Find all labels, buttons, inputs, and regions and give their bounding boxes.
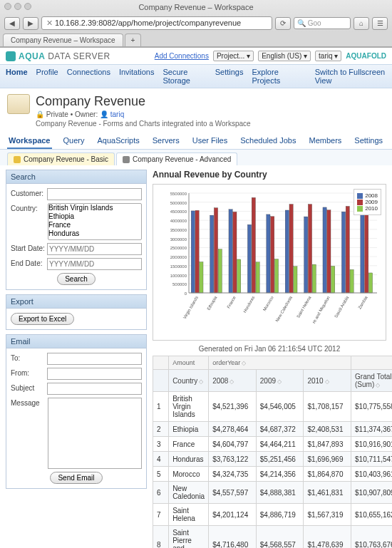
svg-rect-28: [210, 215, 214, 293]
end-date-input[interactable]: [47, 258, 142, 270]
tab-proj-settings[interactable]: Settings: [353, 133, 384, 149]
col-2010[interactable]: 2010◇: [304, 370, 351, 392]
svg-rect-53: [327, 210, 331, 293]
svg-rect-50: [312, 264, 316, 293]
owner-link[interactable]: tariq: [110, 110, 124, 118]
svg-rect-36: [247, 224, 251, 293]
table-row: 1British Virgin Islands$4,521,396$4,546,…: [153, 392, 393, 422]
customer-input[interactable]: [47, 188, 142, 200]
table-row: 2Ethiopia$4,278,464$4,687,372$2,408,531$…: [153, 422, 393, 437]
top-links: Add Connections Project... ▾ English (US…: [155, 51, 386, 61]
project-desc: Company Revenue - Forms and Charts integ…: [36, 120, 251, 128]
svg-rect-46: [294, 267, 297, 293]
project-select[interactable]: Project... ▾: [213, 51, 254, 61]
tab-servers[interactable]: Servers: [151, 133, 181, 149]
brand-logo: AQUA DATA SERVER: [6, 51, 110, 61]
table-row: 4Honduras$3,763,122$5,251,456$1,696,969$…: [153, 452, 393, 467]
email-message-input[interactable]: [48, 398, 142, 469]
email-subject-input[interactable]: [47, 383, 142, 395]
subtab-basic[interactable]: Company Revenue - Basic: [7, 152, 115, 165]
email-head: Email: [6, 335, 146, 348]
svg-rect-56: [341, 212, 345, 293]
nav-secure-storage[interactable]: Secure Storage: [163, 68, 206, 85]
main-nav: Home Profile Connections Invitations Sec…: [0, 64, 392, 88]
svg-text:re and Miquelon: re and Miquelon: [311, 296, 331, 324]
chart-legend: 2008 2009 2010: [354, 189, 381, 215]
svg-rect-44: [285, 210, 289, 293]
tab-userfiles[interactable]: User Files: [191, 133, 229, 149]
chart-title: Annual Revenue by Country: [153, 170, 386, 180]
export-panel: Export Export to Excel: [6, 294, 147, 330]
tab-workspace[interactable]: Workspace: [7, 133, 52, 149]
svg-text:1000000: 1000000: [170, 274, 187, 278]
nav-profile[interactable]: Profile: [36, 68, 58, 85]
zoom-icon[interactable]: [24, 3, 31, 10]
svg-rect-25: [195, 210, 199, 293]
browser-search[interactable]: 🔍 Goo: [294, 17, 351, 29]
fullscreen-link[interactable]: Switch to Fullscreen View: [315, 68, 386, 85]
svg-text:0: 0: [185, 291, 187, 296]
nav-settings[interactable]: Settings: [215, 68, 244, 85]
menu-button[interactable]: ☰: [372, 17, 388, 30]
reload-button[interactable]: ⟳: [275, 17, 291, 30]
close-icon[interactable]: [4, 3, 11, 10]
back-button[interactable]: ◀: [4, 17, 20, 30]
svg-text:4000000: 4000000: [170, 219, 187, 223]
svg-rect-33: [233, 212, 237, 293]
svg-rect-34: [237, 259, 241, 293]
svg-rect-48: [304, 217, 308, 293]
table-row: 7Saint Helena$4,201,124$4,886,719$1,567,…: [153, 504, 393, 526]
svg-text:France: France: [226, 295, 237, 309]
svg-rect-49: [308, 205, 311, 293]
search-button[interactable]: Search: [57, 273, 96, 285]
browser-chrome: Company Revenue – Workspace ◀ ▶ ✕ 10.168…: [0, 0, 392, 48]
browser-tab[interactable]: Company Revenue – Workspace: [3, 33, 123, 46]
minimize-icon[interactable]: [14, 3, 21, 10]
tab-scheduled[interactable]: Scheduled Jobs: [239, 133, 297, 149]
col-country[interactable]: Country◇: [169, 370, 209, 392]
sort-icon[interactable]: ◇: [242, 360, 246, 366]
svg-rect-41: [271, 217, 274, 293]
country-select[interactable]: British Virgin Islands Ethiopia France H…: [48, 203, 142, 240]
nav-explore[interactable]: Explore Projects: [252, 68, 297, 85]
svg-text:Saint Helena: Saint Helena: [296, 295, 312, 319]
language-select[interactable]: English (US) ▾: [258, 51, 311, 61]
forward-button[interactable]: ▶: [23, 17, 38, 30]
project-nav: Workspace Query AquaScripts Servers User…: [0, 133, 392, 150]
svg-text:New Caledonia: New Caledonia: [275, 295, 294, 323]
col-2009[interactable]: 2009◇: [256, 370, 304, 392]
nav-connections[interactable]: Connections: [67, 68, 110, 85]
tab-query[interactable]: Query: [62, 133, 86, 149]
url-bar[interactable]: ✕ 10.168.2.39:8082/app/home/project/comp…: [41, 16, 272, 30]
new-tab-button[interactable]: +: [125, 33, 142, 46]
home-button[interactable]: ⌂: [354, 17, 369, 30]
tab-aquascripts[interactable]: AquaScripts: [96, 133, 140, 149]
col-2008[interactable]: 2008◇: [209, 370, 257, 392]
project-header: Company Revenue 🔒 Private • Owner: 👤 tar…: [0, 88, 392, 133]
svg-rect-45: [289, 205, 293, 293]
export-button[interactable]: Export to Excel: [11, 313, 74, 325]
email-from-input[interactable]: [47, 368, 142, 380]
user-select[interactable]: tariq ▾: [315, 51, 341, 61]
tab-members[interactable]: Members: [307, 133, 343, 149]
subtab-advanced[interactable]: Company Revenue - Advanced: [116, 152, 237, 165]
nav-home[interactable]: Home: [6, 68, 28, 85]
search-panel: Search Customer: Country: British Virgin…: [6, 170, 147, 290]
svg-rect-24: [191, 211, 195, 293]
svg-text:Ethiopia: Ethiopia: [206, 295, 217, 311]
svg-rect-37: [252, 197, 255, 293]
svg-text:1500000: 1500000: [170, 264, 187, 269]
svg-rect-54: [331, 266, 335, 293]
search-head: Search: [6, 170, 146, 184]
add-connections-link[interactable]: Add Connections: [155, 52, 209, 60]
send-email-button[interactable]: Send Email: [50, 472, 102, 484]
email-to-input[interactable]: [47, 353, 142, 365]
table-row: 3France$4,604,797$4,464,211$1,847,893$10…: [153, 437, 393, 452]
chart-area: 2008 2009 2010 0500000100000015000002000…: [153, 184, 386, 341]
svg-rect-38: [256, 262, 259, 293]
email-panel: Email To: From: Subject Message Send Ema…: [6, 334, 147, 489]
col-total[interactable]: Grand Total (Sum)◇: [351, 370, 392, 392]
svg-text:5000000: 5000000: [170, 201, 187, 205]
start-date-input[interactable]: [47, 243, 142, 255]
nav-invitations[interactable]: Invitations: [119, 68, 155, 85]
